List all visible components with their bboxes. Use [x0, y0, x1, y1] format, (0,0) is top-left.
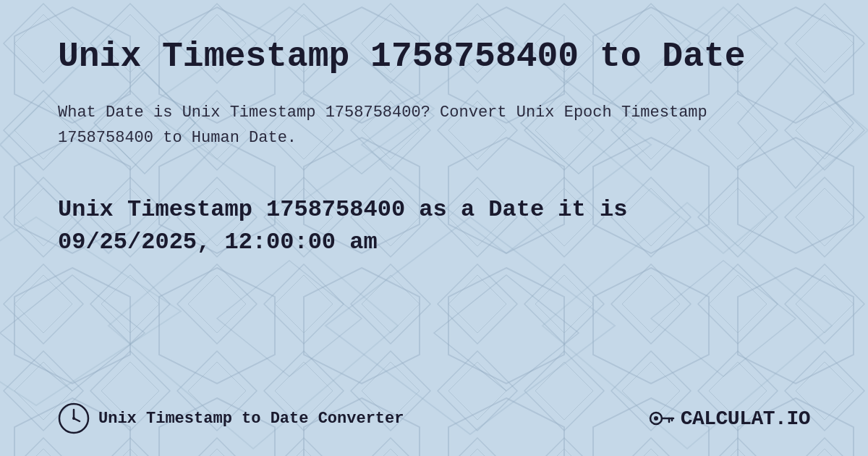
svg-point-25	[72, 417, 75, 420]
result-section: Unix Timestamp 1758758400 as a Date it i…	[58, 194, 810, 259]
logo-section: CALCULAT.IO	[649, 405, 810, 431]
result-line2: 09/25/2025, 12:00:00 am	[58, 229, 378, 256]
clock-icon	[58, 402, 90, 434]
footer-label: Unix Timestamp to Date Converter	[98, 410, 404, 428]
page-description: What Date is Unix Timestamp 1758758400? …	[58, 100, 810, 151]
footer-left: Unix Timestamp to Date Converter	[58, 402, 404, 434]
result-line1: Unix Timestamp 1758758400 as a Date it i…	[58, 196, 627, 223]
footer: Unix Timestamp to Date Converter CALCULA…	[58, 388, 810, 434]
logo-text: CALCULAT.IO	[681, 408, 810, 430]
result-text: Unix Timestamp 1758758400 as a Date it i…	[58, 194, 810, 259]
logo-icon	[649, 405, 675, 431]
page-title: Unix Timestamp 1758758400 to Date	[58, 36, 810, 78]
svg-point-27	[654, 416, 658, 421]
